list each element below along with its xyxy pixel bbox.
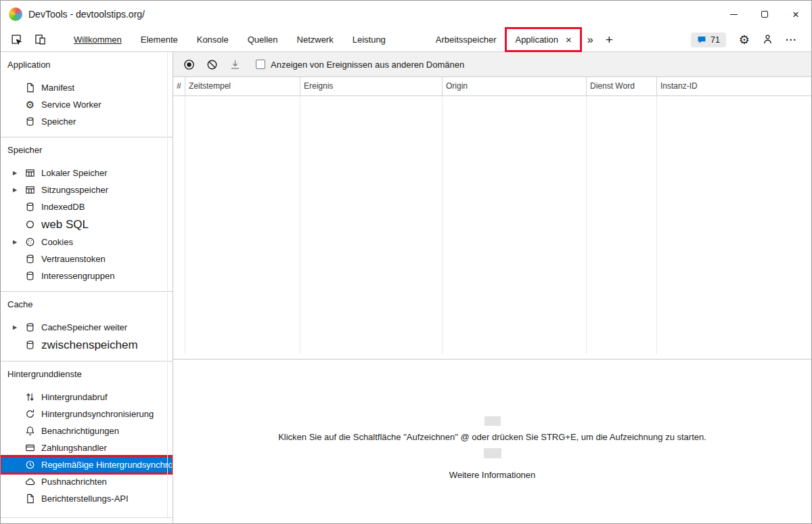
sidebar-item-label: Manifest bbox=[41, 83, 74, 93]
tab-leistung[interactable]: Leistung bbox=[343, 28, 395, 51]
people-icon[interactable] bbox=[756, 34, 780, 45]
tab-label: Willkommen bbox=[74, 35, 122, 45]
sidebar-section: ApplicationManifest⚙Service WorkerSpeich… bbox=[1, 52, 173, 137]
sidebar-item-zahlungshandler[interactable]: Zahlungshandler bbox=[1, 439, 173, 456]
sidebar-item-lokaler-speicher[interactable]: ▶Lokaler Speicher bbox=[1, 165, 173, 181]
sidebar-section-title: Application bbox=[1, 59, 173, 71]
bell-icon bbox=[24, 425, 36, 437]
sidebar-item-hintergrundsynchronisierung[interactable]: Hintergrundsynchronisierung bbox=[1, 406, 173, 422]
devtools-content: ApplicationManifest⚙Service WorkerSpeich… bbox=[1, 52, 811, 523]
tab-netzwerk[interactable]: Netzwerk bbox=[288, 28, 343, 51]
expand-chevron-icon[interactable]: ▶ bbox=[13, 170, 24, 176]
window-title: DevTools - devtoolstips.org/ bbox=[28, 9, 145, 20]
tab-label: Arbeitsspeicher bbox=[436, 35, 497, 45]
sidebar-item-label: Berichterstellungs-API bbox=[41, 494, 129, 504]
sidebar-item-sitzungsspeicher[interactable]: ▶Sitzungsspeicher bbox=[1, 181, 173, 198]
sidebar-section: Speicher▶Lokaler Speicher▶Sitzungsspeich… bbox=[1, 137, 173, 291]
sidebar-item-label: Zahlungshandler bbox=[41, 443, 107, 453]
learn-more-link[interactable]: Weitere Informationen bbox=[449, 470, 536, 480]
sidebar-item-speicher[interactable]: Speicher bbox=[1, 113, 173, 130]
minimize-button[interactable] bbox=[718, 1, 749, 28]
record-button[interactable] bbox=[177, 52, 200, 77]
column-header-dienst-word[interactable]: Dienst Word bbox=[587, 77, 657, 95]
tab-label: Netzwerk bbox=[297, 35, 334, 45]
events-toolbar: Anzeigen von Ereignissen aus anderen Dom… bbox=[173, 52, 811, 77]
sidebar-item-pushnachrichten[interactable]: Pushnachrichten bbox=[1, 473, 173, 490]
column-header-zeitstempel[interactable]: Zeitstempel bbox=[185, 77, 300, 95]
sidebar-item-zwischenspeichern[interactable]: zwischenspeichem bbox=[1, 336, 173, 354]
tab-application[interactable]: Application× bbox=[505, 28, 581, 51]
column-header-origin[interactable]: Origin bbox=[443, 77, 587, 95]
tab-willkommen[interactable]: Willkommen bbox=[64, 28, 131, 51]
sidebar-item-label: IndexedDB bbox=[41, 202, 85, 212]
sidebar-item-berichterstellungs-api[interactable]: Berichterstellungs-API bbox=[1, 490, 173, 507]
updown-icon bbox=[24, 391, 36, 403]
sidebar-item-label: CacheSpeicher weiter bbox=[41, 322, 127, 332]
inline-icon-placeholder bbox=[484, 448, 501, 458]
sidebar-item-label: Cookies bbox=[41, 237, 73, 247]
devtools-window: DevTools - devtoolstips.org/ × Willkomme… bbox=[0, 0, 812, 524]
inspect-icon[interactable] bbox=[5, 28, 28, 51]
sidebar-item-regelmaessige-hintergrundsynchronisierung[interactable]: Regelmäßige Hintergrundsynchronisierung bbox=[1, 456, 173, 473]
tab-label: Elemente bbox=[141, 35, 178, 45]
sidebar-item-benachrichtigungen[interactable]: Benachrichtigungen bbox=[1, 422, 173, 439]
sidebar-item-cache-speicher[interactable]: ▶CacheSpeicher weiter bbox=[1, 319, 173, 336]
feedback-bubble-icon bbox=[697, 35, 706, 45]
feedback-button[interactable]: 71 bbox=[691, 32, 726, 47]
sidebar-section-title: Speicher bbox=[1, 144, 173, 156]
sidebar-item-web-sql[interactable]: web SQL bbox=[1, 215, 173, 234]
column-header-ereignis[interactable]: Ereignis bbox=[300, 77, 443, 95]
sidebar-item-manifest[interactable]: Manifest bbox=[1, 79, 173, 96]
sidebar-item-label: Hintergrundsynchronisierung bbox=[41, 409, 154, 419]
sync-icon bbox=[24, 408, 36, 420]
sidebar-item-indexeddb[interactable]: IndexedDB bbox=[1, 198, 173, 215]
sidebar-item-service-worker[interactable]: ⚙Service Worker bbox=[1, 96, 173, 113]
tab-label: Konsole bbox=[197, 35, 229, 45]
settings-gear-icon[interactable]: ⚙ bbox=[733, 34, 756, 46]
close-button[interactable]: × bbox=[780, 1, 811, 28]
sidebar-item-label: Regelmäßige Hintergrundsynchronisierung bbox=[41, 460, 173, 470]
tab-label: Application bbox=[515, 35, 558, 45]
db-icon bbox=[24, 116, 36, 127]
show-other-domains-checkbox[interactable] bbox=[256, 60, 265, 69]
sidebar-item-label: zwischenspeichem bbox=[41, 339, 138, 352]
clock-icon bbox=[24, 459, 36, 471]
column-divider bbox=[300, 96, 300, 354]
sidebar-section: HintergrunddiensteHintergrundabrufHinter… bbox=[1, 361, 173, 514]
column-header-index[interactable]: # bbox=[173, 77, 185, 95]
sidebar-item-label: Lokaler Speicher bbox=[41, 168, 108, 178]
clear-button[interactable] bbox=[200, 52, 223, 77]
sidebar-item-interessengruppen[interactable]: Interessengruppen bbox=[1, 267, 173, 284]
tab-label: Leistung bbox=[353, 35, 386, 45]
expand-chevron-icon[interactable]: ▶ bbox=[13, 187, 24, 193]
sidebar-item-label: Speicher bbox=[41, 116, 76, 127]
sidebar-item-hintergrundabruf[interactable]: Hintergrundabruf bbox=[1, 389, 173, 406]
device-toolbar-icon[interactable] bbox=[28, 28, 52, 51]
sidebar-item-label: Service Worker bbox=[41, 100, 102, 110]
tab-konsole[interactable]: Konsole bbox=[187, 28, 238, 51]
empty-state: Klicken Sie auf die Schaltfläche "Aufzei… bbox=[173, 359, 811, 523]
more-tabs-chevron-icon[interactable]: » bbox=[581, 28, 600, 51]
tab-arbeitsspeicher[interactable]: Arbeitsspeicher bbox=[426, 28, 506, 51]
maximize-button[interactable] bbox=[749, 1, 780, 28]
save-events-button[interactable] bbox=[223, 52, 246, 77]
column-divider bbox=[442, 96, 443, 354]
expand-chevron-icon[interactable]: ▶ bbox=[13, 239, 24, 245]
expand-chevron-icon[interactable]: ▶ bbox=[13, 324, 24, 330]
tab-close-icon[interactable]: × bbox=[566, 34, 572, 45]
sidebar-item-label: web SQL bbox=[41, 218, 89, 232]
tab-elemente[interactable]: Elemente bbox=[131, 28, 187, 51]
events-table-body bbox=[173, 96, 811, 359]
tabbar-right-tools: 71 ⚙ ··· bbox=[691, 28, 811, 51]
sidebar-item-cookies[interactable]: ▶Cookies bbox=[1, 234, 173, 250]
checkbox-label: Anzeigen von Ereignissen aus anderen Dom… bbox=[271, 60, 464, 70]
tab-label: Quellen bbox=[248, 35, 278, 45]
sidebar-item-label: Pushnachrichten bbox=[41, 477, 107, 487]
more-options-icon[interactable]: ··· bbox=[780, 35, 803, 45]
column-header-instanz-id[interactable]: Instanz-ID bbox=[657, 77, 811, 95]
gear-icon: ⚙ bbox=[24, 99, 36, 110]
sidebar-item-vertrauenstoken[interactable]: Vertrauenstoken bbox=[1, 250, 173, 267]
tab-quellen[interactable]: Quellen bbox=[238, 28, 288, 51]
column-divider bbox=[656, 96, 657, 354]
add-panel-button[interactable]: + bbox=[600, 28, 619, 51]
